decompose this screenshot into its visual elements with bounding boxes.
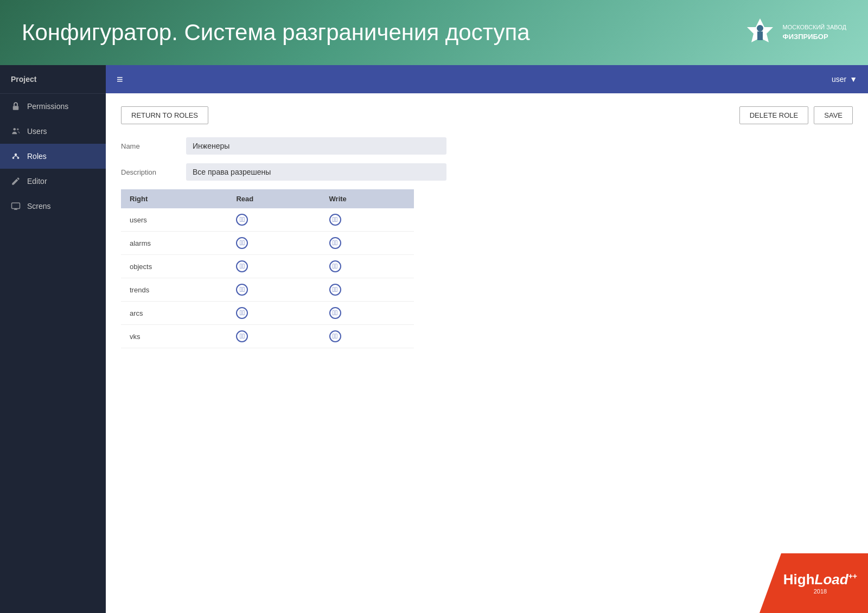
sidebar-screns-label: Screns	[27, 202, 51, 210]
cell-read[interactable]: ✓⃝	[227, 232, 320, 255]
permissions-table: Right Read Write users✓⃝✓⃝alarms✓⃝✓⃝obje…	[121, 189, 414, 348]
write-check-icon: ✓⃝	[329, 214, 341, 226]
chevron-down-icon: ▼	[850, 75, 857, 84]
cell-write[interactable]: ✓⃝	[321, 302, 414, 325]
description-input[interactable]	[186, 163, 446, 181]
table-row: trends✓⃝✓⃝	[121, 278, 414, 302]
cell-write[interactable]: ✓⃝	[321, 255, 414, 278]
write-check-icon: ✓⃝	[329, 260, 341, 272]
sidebar-roles-label: Roles	[27, 152, 47, 161]
roles-icon	[11, 151, 21, 161]
cell-right: trends	[121, 278, 227, 302]
name-row: Name	[121, 137, 853, 155]
description-label: Description	[121, 168, 186, 176]
svg-line-9	[14, 156, 16, 157]
cell-read[interactable]: ✓⃝	[227, 208, 320, 232]
read-check-icon: ✓⃝	[236, 330, 248, 342]
cell-write[interactable]: ✓⃝	[321, 208, 414, 232]
svg-point-8	[17, 157, 20, 159]
cell-write[interactable]: ✓⃝	[321, 278, 414, 302]
svg-point-5	[17, 128, 19, 130]
right-buttons: DELETE ROLE SAVE	[739, 106, 853, 124]
svg-rect-3	[13, 106, 19, 110]
read-check-icon: ✓⃝	[236, 307, 248, 319]
name-label: Name	[121, 142, 186, 150]
svg-point-2	[757, 25, 763, 31]
sidebar-item-roles[interactable]: Roles	[0, 144, 106, 169]
sidebar-users-label: Users	[27, 127, 47, 136]
logo-icon	[744, 16, 776, 49]
return-to-roles-button[interactable]: RETURN TO ROLES	[121, 106, 208, 124]
sidebar: Project Permissions Users	[0, 65, 106, 613]
svg-point-4	[14, 128, 16, 131]
table-row: objects✓⃝✓⃝	[121, 255, 414, 278]
sidebar-item-permissions[interactable]: Permissions	[0, 94, 106, 119]
read-check-icon: ✓⃝	[236, 214, 248, 226]
cell-right: objects	[121, 255, 227, 278]
lock-icon	[11, 101, 21, 111]
cell-right: vks	[121, 325, 227, 348]
topbar: ≡ user ▼	[106, 65, 868, 93]
sidebar-permissions-label: Permissions	[27, 102, 68, 111]
table-row: users✓⃝✓⃝	[121, 208, 414, 232]
read-check-icon: ✓⃝	[236, 237, 248, 249]
screen-icon	[11, 201, 21, 211]
cell-right: arcs	[121, 302, 227, 325]
col-right-header: Right	[121, 189, 227, 208]
write-check-icon: ✓⃝	[329, 307, 341, 319]
sidebar-editor-label: Editor	[27, 177, 47, 186]
read-check-icon: ✓⃝	[236, 260, 248, 272]
sidebar-project-label: Project	[0, 65, 106, 94]
highload-text: HighLoad++ 2018	[783, 572, 857, 595]
delete-role-button[interactable]: DELETE ROLE	[739, 106, 809, 124]
cell-write[interactable]: ✓⃝	[321, 325, 414, 348]
header-logo: Московский завод ФИЗПРИБОР	[744, 16, 846, 49]
write-check-icon: ✓⃝	[329, 330, 341, 342]
table-row: arcs✓⃝✓⃝	[121, 302, 414, 325]
table-row: vks✓⃝✓⃝	[121, 325, 414, 348]
cell-read[interactable]: ✓⃝	[227, 325, 320, 348]
sidebar-item-editor[interactable]: Editor	[0, 169, 106, 194]
svg-point-6	[15, 154, 17, 156]
svg-line-10	[16, 156, 18, 157]
cell-read[interactable]: ✓⃝	[227, 302, 320, 325]
cell-write[interactable]: ✓⃝	[321, 232, 414, 255]
users-icon	[11, 126, 21, 136]
write-check-icon: ✓⃝	[329, 237, 341, 249]
header-title: Конфигуратор. Система разграничения дост…	[22, 20, 530, 46]
svg-rect-11	[12, 203, 20, 209]
name-input[interactable]	[186, 137, 446, 155]
user-label: user	[832, 75, 846, 84]
table-header-row: Right Read Write	[121, 189, 414, 208]
cell-read[interactable]: ✓⃝	[227, 278, 320, 302]
svg-point-7	[12, 157, 15, 159]
table-row: alarms✓⃝✓⃝	[121, 232, 414, 255]
sidebar-item-users[interactable]: Users	[0, 119, 106, 144]
cell-right: alarms	[121, 232, 227, 255]
main-content: ≡ user ▼ RETURN TO ROLES DELETE ROLE SAV…	[106, 65, 868, 613]
logo-text: Московский завод ФИЗПРИБОР	[783, 23, 846, 42]
user-menu[interactable]: user ▼	[832, 75, 857, 84]
cell-right: users	[121, 208, 227, 232]
col-write-header: Write	[321, 189, 414, 208]
content-area: RETURN TO ROLES DELETE ROLE SAVE Name De…	[106, 93, 868, 613]
col-read-header: Read	[227, 189, 320, 208]
description-row: Description	[121, 163, 853, 181]
svg-rect-1	[757, 31, 763, 40]
write-check-icon: ✓⃝	[329, 284, 341, 296]
sidebar-item-screns[interactable]: Screns	[0, 194, 106, 219]
save-button[interactable]: SAVE	[814, 106, 853, 124]
action-bar: RETURN TO ROLES DELETE ROLE SAVE	[121, 106, 853, 124]
main-layout: Project Permissions Users	[0, 65, 868, 613]
read-check-icon: ✓⃝	[236, 284, 248, 296]
header: Конфигуратор. Система разграничения дост…	[0, 0, 868, 65]
cell-read[interactable]: ✓⃝	[227, 255, 320, 278]
edit-icon	[11, 176, 21, 186]
menu-icon[interactable]: ≡	[117, 73, 123, 86]
